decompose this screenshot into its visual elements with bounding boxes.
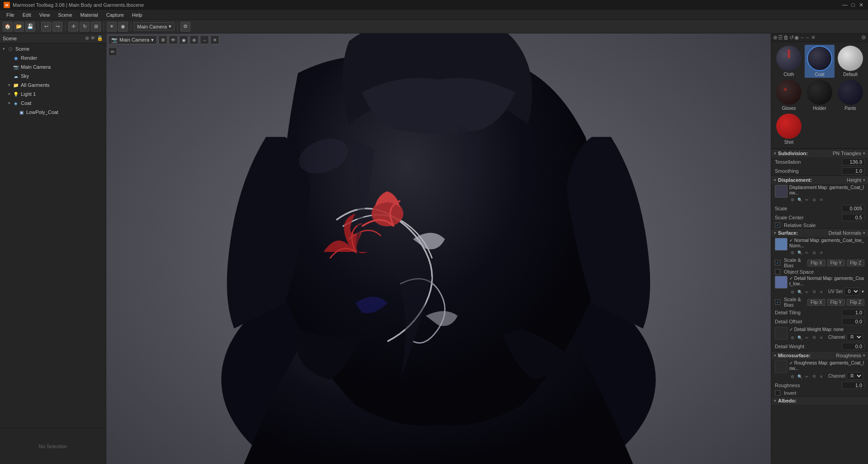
scale-bias-checkbox[interactable] <box>775 260 780 265</box>
toolbar-light[interactable]: ☀ <box>107 22 117 32</box>
norm-action-edit[interactable]: ✏ <box>804 250 810 256</box>
albedo-header[interactable]: ▾ Albedo: <box>771 397 868 405</box>
menu-view[interactable]: View <box>36 11 54 19</box>
garments-lock[interactable]: 🔒 <box>97 82 103 88</box>
toolbar-undo[interactable]: ↩ <box>41 22 51 32</box>
mat-icon-close[interactable]: ✕ <box>811 34 816 41</box>
detail-offset-value[interactable]: 0.0 <box>842 318 864 325</box>
mat-icon-add[interactable]: ⊕ <box>773 34 778 41</box>
detail-flip-x-btn[interactable]: Flip X <box>807 299 825 306</box>
tree-item-camera[interactable]: 📷 Main Camera 👁 🔒 <box>0 62 106 71</box>
detail-normal-thumb[interactable] <box>775 276 787 289</box>
viewport-btn-1[interactable]: ⚙ <box>158 35 167 44</box>
toolbar-scale[interactable]: ⊞ <box>91 22 101 32</box>
camera-lock[interactable]: 🔒 <box>97 64 103 70</box>
tree-item-sky[interactable]: ☁ Sky 👁 🔒 <box>0 71 106 80</box>
subdivision-mode[interactable]: PN Triangles <box>833 151 861 156</box>
tessellation-value[interactable]: 136.9 <box>842 158 864 166</box>
norm-action-settings[interactable]: ⚙ <box>789 250 796 256</box>
displacement-header[interactable]: ▾ Displacement: Height ▾ <box>771 176 868 184</box>
viewport-btn-5[interactable]: → <box>200 35 209 44</box>
viewport[interactable]: 📷 Main Camera ▾ ⚙ 👁 ◉ ⊕ → ✕ ✏ Keyframes … <box>106 33 771 464</box>
lowpoly-eye[interactable]: 👁 <box>90 109 96 115</box>
norm-action-copy[interactable]: ⧉ <box>811 250 817 256</box>
disp-action-search[interactable]: 🔍 <box>797 197 803 203</box>
surface-mode[interactable]: Detail Normals <box>829 230 861 236</box>
tree-item-light1[interactable]: ▾ 💡 Light 1 👁 🔒 <box>0 90 106 99</box>
camera-dropdown[interactable]: Main Camera ▾ <box>134 22 175 31</box>
flip-x-btn[interactable]: Flip X <box>807 260 825 266</box>
sphere-coat[interactable]: Coat <box>805 45 835 78</box>
scene-eye[interactable]: 👁 <box>90 46 96 52</box>
render-lock[interactable]: 🔒 <box>97 55 103 61</box>
det-wt-action-clear[interactable]: ✕ <box>818 335 825 341</box>
roughness-channel-select[interactable]: RGBA <box>847 372 863 380</box>
lowpoly-lock[interactable]: 🔒 <box>97 109 103 115</box>
relative-scale-checkbox[interactable] <box>775 223 780 228</box>
scene-eye-icon[interactable]: 👁 <box>90 35 95 41</box>
tree-item-coat[interactable]: ▾ ◈ Coat 👁 🔒 <box>0 99 106 108</box>
light1-eye[interactable]: 👁 <box>90 91 96 97</box>
det-wt-action-search[interactable]: 🔍 <box>797 335 803 341</box>
menu-capture[interactable]: Capture <box>103 11 128 19</box>
toolbar-save[interactable]: 💾 <box>25 22 35 32</box>
microsurface-mode[interactable]: Roughness <box>836 353 861 358</box>
toolbar-rotate[interactable]: ↻ <box>80 22 90 32</box>
sphere-pants[interactable]: Pants <box>835 79 865 112</box>
toolbar-open[interactable]: 📂 <box>14 22 24 32</box>
minimize-button[interactable]: — <box>842 2 848 8</box>
mat-icon-settings[interactable]: ⚙ <box>861 34 866 41</box>
garments-eye[interactable]: 👁 <box>90 82 96 88</box>
light1-lock[interactable]: 🔒 <box>97 91 103 97</box>
sky-eye[interactable]: 👁 <box>90 73 96 79</box>
object-space-checkbox[interactable] <box>775 269 780 275</box>
coat-lock[interactable]: 🔒 <box>97 100 103 106</box>
viewport-canvas[interactable]: 📷 Main Camera ▾ ⚙ 👁 ◉ ⊕ → ✕ ✏ <box>106 33 771 464</box>
disp-action-copy[interactable]: ⧉ <box>811 197 817 203</box>
toolbar-new[interactable]: 🏠 <box>3 22 13 32</box>
detail-weight-num-value[interactable]: 0.0 <box>842 343 864 350</box>
menu-material[interactable]: Material <box>77 11 102 19</box>
viewport-btn-2[interactable]: 👁 <box>169 35 178 44</box>
flip-z-btn[interactable]: Flip Z <box>847 260 864 266</box>
mat-icon-grid[interactable]: ☰ <box>778 34 783 41</box>
disp-action-edit[interactable]: ✏ <box>804 197 810 203</box>
close-button[interactable]: ✕ <box>858 2 864 8</box>
disp-action-settings[interactable]: ⚙ <box>789 197 796 203</box>
tree-item-scene[interactable]: ▾ ⬡ Scene 👁 🔒 <box>0 44 106 53</box>
displacement-map-thumb[interactable] <box>775 185 787 198</box>
detail-weight-thumb[interactable] <box>775 327 787 340</box>
menu-edit[interactable]: Edit <box>19 11 35 19</box>
camera-selector[interactable]: 📷 Main Camera ▾ <box>108 35 157 44</box>
mat-icon-delete[interactable]: 🗑 <box>783 34 789 41</box>
rough-action-search[interactable]: 🔍 <box>797 374 803 380</box>
detail-flip-z-btn[interactable]: Flip Z <box>847 299 864 306</box>
invert-checkbox[interactable] <box>775 390 780 396</box>
det-wt-action-settings[interactable]: ⚙ <box>789 335 796 341</box>
tree-toggle-light1[interactable]: ▾ <box>8 92 13 96</box>
mat-icon-forward[interactable]: → <box>799 34 805 41</box>
rough-action-settings[interactable]: ⚙ <box>789 374 796 380</box>
tree-item-garments[interactable]: ▾ 📁 All Garments 👁 🔒 <box>0 80 106 90</box>
detail-weight-channel-select[interactable]: RGBA <box>847 333 863 341</box>
disp-action-clear[interactable]: ✕ <box>818 197 825 203</box>
tree-item-render[interactable]: ◉ Render 👁 🔒 <box>0 53 106 62</box>
normal-map-thumb[interactable] <box>775 238 787 251</box>
mat-icon-refresh[interactable]: ↺ <box>789 34 794 41</box>
scale-center-value[interactable]: 0.5 <box>842 214 864 221</box>
det-norm-action-clear[interactable]: ✕ <box>818 289 825 295</box>
scene-add-icon[interactable]: ⊕ <box>85 35 89 41</box>
toolbar-redo[interactable]: ↪ <box>52 22 62 32</box>
viewport-btn-4[interactable]: ⊕ <box>190 35 199 44</box>
rough-action-copy[interactable]: ⧉ <box>811 374 817 380</box>
sphere-shirt[interactable]: Shirt <box>774 113 804 146</box>
toolbar-render[interactable]: ◉ <box>118 22 128 32</box>
tree-toggle-scene[interactable]: ▾ <box>3 47 7 51</box>
detail-flip-y-btn[interactable]: Flip Y <box>827 299 845 306</box>
detail-scale-bias-checkbox[interactable] <box>775 299 780 305</box>
norm-action-clear[interactable]: ✕ <box>818 250 825 256</box>
sky-lock[interactable]: 🔒 <box>97 73 103 79</box>
camera-eye[interactable]: 👁 <box>90 64 96 70</box>
rough-action-clear[interactable]: ✕ <box>818 374 825 380</box>
displacement-mode[interactable]: Height <box>847 177 861 183</box>
